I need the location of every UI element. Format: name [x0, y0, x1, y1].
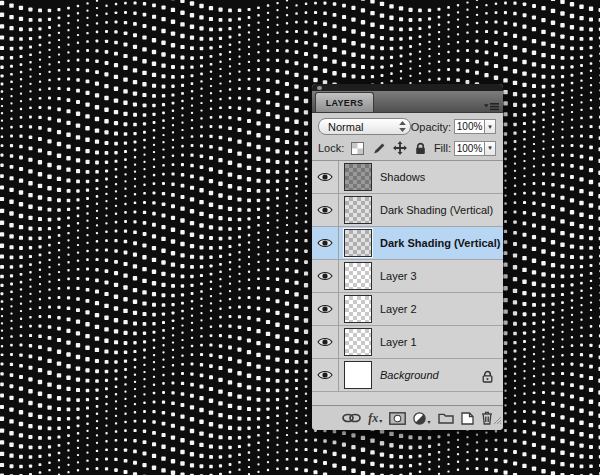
- visibility-toggle[interactable]: [312, 326, 339, 358]
- visibility-toggle[interactable]: [312, 194, 339, 226]
- eye-icon: [317, 172, 333, 182]
- layer-row[interactable]: Layer 2: [312, 293, 503, 326]
- opacity-value: 100%: [457, 121, 483, 132]
- halftone-wave-pattern: [0, 0, 600, 475]
- opacity-input[interactable]: 100%: [454, 119, 485, 134]
- layer-name: Layer 1: [380, 336, 417, 348]
- eye-icon: [317, 205, 333, 215]
- layer-lock-icon: [482, 369, 493, 387]
- lock-move-icon[interactable]: [392, 141, 407, 155]
- panel-drag-bar[interactable]: [312, 84, 503, 91]
- blend-mode-value: Normal: [328, 121, 399, 133]
- visibility-toggle[interactable]: [312, 161, 339, 193]
- layers-panel: LAYERS Normal Opacity: 100% ▾ Lock:: [312, 84, 503, 430]
- blend-mode-select[interactable]: Normal: [318, 118, 411, 135]
- layer-row[interactable]: Layer 1: [312, 326, 503, 359]
- link-layers-icon[interactable]: [342, 413, 361, 423]
- layer-thumbnail[interactable]: [344, 262, 372, 290]
- fill-input[interactable]: 100%: [454, 141, 485, 156]
- panel-tab-bar: LAYERS: [312, 91, 503, 113]
- chevron-down-icon: ▾: [488, 144, 492, 152]
- lock-label: Lock:: [318, 142, 344, 154]
- eye-icon: [317, 271, 333, 281]
- fill-value: 100%: [457, 143, 483, 154]
- layer-row[interactable]: Dark Shading (Vertical): [312, 194, 503, 227]
- layer-thumbnail[interactable]: [344, 163, 372, 191]
- stepper-icon: [399, 121, 406, 132]
- new-group-icon[interactable]: [438, 412, 454, 424]
- chevron-down-icon: ▾: [488, 123, 492, 131]
- tab-layers[interactable]: LAYERS: [315, 92, 374, 112]
- layer-thumbnail[interactable]: [344, 196, 372, 224]
- panel-close-button[interactable]: [317, 86, 322, 91]
- eye-icon: [317, 370, 333, 380]
- layer-thumbnail[interactable]: [344, 328, 372, 356]
- delete-layer-icon[interactable]: [481, 411, 493, 425]
- layers-list: Shadows Dark Shading (Vertical) Dark Sha…: [312, 161, 503, 392]
- panel-menu-icon[interactable]: [484, 97, 499, 115]
- visibility-toggle[interactable]: [312, 293, 339, 325]
- panel-resize-grip[interactable]: [493, 411, 502, 429]
- layer-name: Background: [380, 369, 439, 381]
- fill-label: Fill:: [434, 142, 451, 154]
- new-layer-icon[interactable]: [461, 412, 474, 425]
- visibility-toggle[interactable]: [312, 359, 339, 391]
- layer-row[interactable]: Layer 3: [312, 260, 503, 293]
- lock-buttons: [350, 141, 428, 155]
- add-layer-mask-icon[interactable]: [389, 412, 406, 425]
- layer-thumbnail[interactable]: [344, 295, 372, 323]
- chevron-down-icon: ▾: [427, 419, 430, 425]
- fill-dropdown-arrow[interactable]: ▾: [485, 141, 496, 156]
- layer-row[interactable]: Dark Shading (Vertical): [312, 227, 503, 260]
- opacity-label: Opacity:: [411, 121, 451, 133]
- chevron-down-icon: ▾: [379, 418, 382, 424]
- layer-name: Dark Shading (Vertical): [380, 204, 493, 216]
- eye-icon: [317, 337, 333, 347]
- lock-paint-icon[interactable]: [371, 141, 386, 155]
- visibility-toggle[interactable]: [312, 260, 339, 292]
- panel-controls: Normal Opacity: 100% ▾ Lock:: [312, 113, 503, 161]
- layer-name: Layer 3: [380, 270, 417, 282]
- layer-row[interactable]: Background: [312, 359, 503, 392]
- layer-style-icon[interactable]: fx▾: [368, 412, 382, 424]
- layer-thumbnail[interactable]: [344, 361, 372, 389]
- panel-bottom-bar: fx▾ ▾: [312, 405, 503, 430]
- layer-name: Layer 2: [380, 303, 417, 315]
- layer-thumbnail[interactable]: [344, 229, 372, 257]
- tab-layers-label: LAYERS: [326, 98, 363, 108]
- layer-row[interactable]: Shadows: [312, 161, 503, 194]
- eye-icon: [317, 238, 333, 248]
- opacity-dropdown-arrow[interactable]: ▾: [485, 119, 496, 134]
- layer-name: Shadows: [380, 171, 425, 183]
- lock-all-icon[interactable]: [413, 141, 428, 155]
- fx-label: fx: [368, 412, 378, 424]
- document-canvas[interactable]: LAYERS Normal Opacity: 100% ▾ Lock:: [0, 0, 600, 475]
- adjustment-layer-icon[interactable]: ▾: [413, 412, 430, 425]
- visibility-toggle[interactable]: [312, 227, 339, 259]
- list-filler: [312, 392, 503, 405]
- lock-transparency-icon[interactable]: [350, 141, 365, 155]
- layer-name: Dark Shading (Vertical): [380, 237, 500, 249]
- eye-icon: [317, 304, 333, 314]
